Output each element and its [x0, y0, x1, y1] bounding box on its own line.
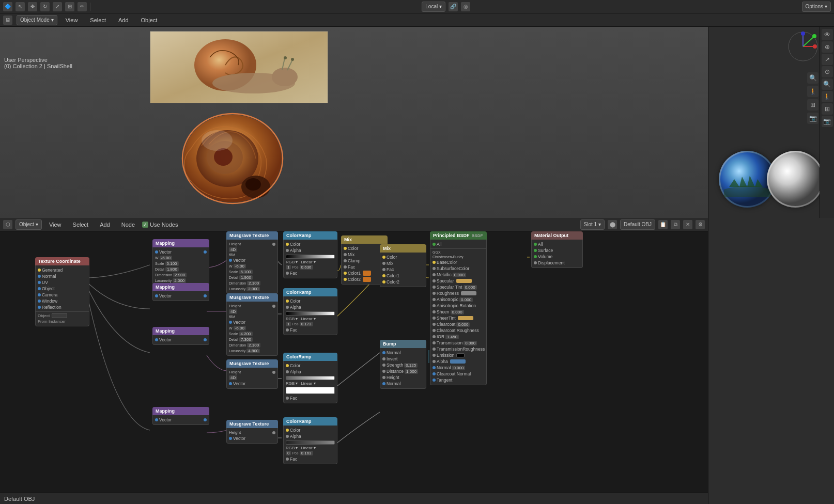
- material-sphere-icon[interactable]: ⬤: [608, 220, 617, 229]
- colorramp-body: Color Alpha RGB▾ Linear▾ Fac: [283, 361, 337, 403]
- material-name-btn[interactable]: Default OBJ: [620, 219, 655, 230]
- gradient-bar[interactable]: [286, 376, 335, 380]
- gizmo-icon[interactable]: ↗: [822, 54, 833, 65]
- node-editor-icon[interactable]: ⬡: [3, 220, 12, 229]
- output-dot: [272, 305, 275, 308]
- options-dropdown[interactable]: Options ▾: [802, 2, 831, 12]
- output-dot: [382, 256, 385, 259]
- musgrave-body: Height 4D fBM Vector W -6.00: [226, 302, 278, 356]
- material-delete-icon[interactable]: ✕: [683, 220, 692, 229]
- color-swatch[interactable]: [363, 277, 371, 282]
- node-nav-select[interactable]: Select: [69, 219, 93, 230]
- zoom-out-btn[interactable]: 🚶: [807, 86, 818, 97]
- nav-add[interactable]: Add: [114, 15, 133, 25]
- gradient-bar[interactable]: [286, 440, 335, 445]
- texture-coord-node[interactable]: Texture Coordinate Generated Normal UV: [35, 257, 89, 326]
- nav-object[interactable]: Object: [137, 15, 162, 25]
- nav-view[interactable]: View: [61, 15, 82, 25]
- musgrave-node-3[interactable]: Musgrave Texture Height 4D Vector: [226, 359, 278, 389]
- color-swatch[interactable]: [363, 271, 371, 276]
- viewport-3d[interactable]: User Perspective (0) Collection 2 | Snai…: [0, 27, 708, 218]
- mapping-node-4[interactable]: Mapping Vector: [152, 407, 209, 425]
- musgrave-node-1[interactable]: Musgrave Texture Height 4D fBM Vector: [226, 231, 278, 294]
- view-all-icon[interactable]: ⊞: [822, 103, 833, 115]
- material-output-node[interactable]: Material Output All Surface Volume Disp: [531, 231, 583, 268]
- node-row-camera: Camera: [36, 292, 89, 298]
- output-dot: [272, 371, 275, 374]
- material-new-icon[interactable]: 📋: [658, 220, 668, 229]
- overlay-icon[interactable]: ⊕: [822, 41, 833, 53]
- gradient-bar[interactable]: [286, 255, 335, 259]
- scale-icon[interactable]: ⤢: [53, 2, 62, 11]
- gizmo-svg: [787, 31, 818, 62]
- input-dot: [382, 364, 385, 367]
- viewport-icon[interactable]: 🖥: [3, 15, 12, 25]
- mapping-node-3[interactable]: Mapping Vector: [152, 327, 209, 345]
- musgrave-body: Height 4D fBM Vector W -6.00: [226, 240, 278, 294]
- output-dot: [38, 287, 41, 290]
- musgrave-header: Musgrave Texture: [226, 293, 278, 302]
- svg-point-20: [813, 44, 817, 49]
- material-copy-icon[interactable]: ⧉: [671, 220, 680, 229]
- move-icon[interactable]: ✥: [28, 2, 37, 11]
- node-canvas[interactable]: Texture Coordinate Generated Normal UV: [0, 231, 708, 504]
- input-dot: [382, 370, 385, 373]
- view-navigation-icon[interactable]: 🔍: [822, 78, 833, 90]
- object-mode-dropdown[interactable]: Object Mode ▾: [17, 15, 57, 25]
- walk-navigation-icon[interactable]: 🚶: [822, 91, 833, 102]
- proportional-edit-icon[interactable]: ◎: [461, 2, 470, 11]
- input-dot: [534, 249, 537, 252]
- snap-icon[interactable]: 🔗: [449, 2, 458, 11]
- annotations-icon[interactable]: ✏: [78, 2, 87, 11]
- node-type-dropdown[interactable]: Object ▾: [16, 219, 42, 230]
- transform-icon[interactable]: ⊞: [65, 2, 74, 11]
- view-pivot-icon[interactable]: ⊙: [822, 66, 833, 77]
- use-nodes-checkbox[interactable]: ✓: [142, 222, 148, 228]
- colorramp-node-4[interactable]: ColorRamp Color Alpha RGB▾ Linear▾ 0: [283, 417, 337, 464]
- principled-bsdf-node[interactable]: Principled BSDF BSDF All GGX Christensen…: [430, 231, 487, 385]
- colorramp-body: Color Alpha RGB▾ Linear▾ 0 Pos 0.163: [283, 426, 337, 464]
- colorramp-node-3[interactable]: ColorRamp Color Alpha RGB▾ Linear▾: [283, 353, 337, 403]
- cursor-icon[interactable]: ↖: [16, 2, 25, 11]
- output-dot: [344, 247, 347, 250]
- color-swatch[interactable]: [286, 387, 335, 394]
- mapping-node-2[interactable]: Mapping Vector: [152, 283, 209, 301]
- blender-logo-icon[interactable]: 🔷: [3, 2, 12, 11]
- viewport-gizmo[interactable]: [787, 31, 818, 62]
- input-dot: [433, 348, 436, 351]
- node-row-normal: Normal: [36, 273, 89, 279]
- node-editor[interactable]: ⬡ Object ▾ View Select Add Node ✓ Use No…: [0, 218, 708, 504]
- input-dot: [534, 255, 537, 258]
- output-dot: [38, 306, 41, 309]
- viewport-shading-icon[interactable]: 👁: [822, 29, 833, 40]
- slot-dropdown[interactable]: Slot 1 ▾: [580, 219, 605, 230]
- camera-view-icon[interactable]: 📷: [822, 116, 833, 127]
- node-nav-node[interactable]: Node: [117, 219, 139, 230]
- input-dot: [382, 357, 385, 360]
- colorramp-node-2[interactable]: ColorRamp Color Alpha RGB▾ Linear▾ 1: [283, 288, 337, 335]
- node-options-icon[interactable]: ⚙: [696, 220, 705, 229]
- zoom-extent-btn[interactable]: ⊞: [807, 99, 818, 111]
- musgrave-node-4[interactable]: Musgrave Texture Height Vector: [226, 420, 278, 444]
- mix-node-2[interactable]: Mix Color Mix Fac Color1: [380, 244, 426, 287]
- input-dot: [433, 354, 436, 357]
- transform-orientation-dropdown[interactable]: Local ▾: [422, 2, 445, 12]
- zoom-in-btn[interactable]: 🔍: [807, 72, 818, 84]
- musgrave-header: Musgrave Texture: [226, 231, 278, 240]
- input-dot: [155, 294, 158, 297]
- node-nav-view[interactable]: View: [45, 219, 66, 230]
- camera-btn[interactable]: 📷: [807, 113, 818, 124]
- gradient-bar[interactable]: [286, 311, 335, 316]
- input-dot: [382, 376, 385, 379]
- mapping-node-1[interactable]: Mapping Vector W -6.00 Scale 5.100 Detai…: [152, 239, 209, 286]
- nav-select[interactable]: Select: [86, 15, 110, 25]
- input-dot: [229, 437, 232, 440]
- musgrave-node-2[interactable]: Musgrave Texture Height 4D fBM Vector: [226, 293, 278, 356]
- node-nav-add[interactable]: Add: [96, 219, 114, 230]
- use-nodes-toggle[interactable]: ✓ Use Nodes: [142, 222, 178, 228]
- output-dot: [38, 300, 41, 303]
- colorramp-node-1[interactable]: ColorRamp Color Alpha RGB▾ Linear▾: [283, 231, 337, 278]
- bump-node[interactable]: Bump Normal Invert Strength 0.125: [380, 340, 426, 389]
- rotate-icon[interactable]: ↻: [40, 2, 50, 11]
- svg-line-21: [803, 37, 813, 46]
